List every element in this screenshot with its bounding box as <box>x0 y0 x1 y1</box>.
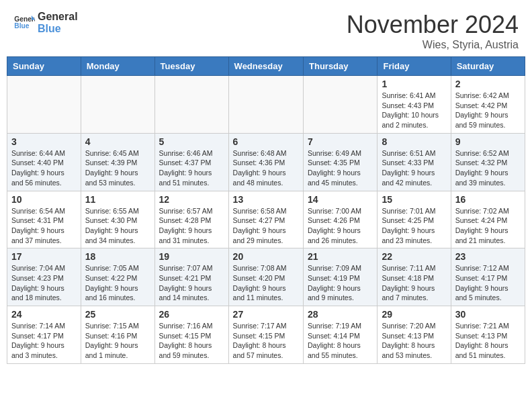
table-row: 10 Sunrise: 6:54 AMSunset: 4:31 PMDaylig… <box>7 191 81 248</box>
day-number: 9 <box>455 136 521 147</box>
day-info: Sunrise: 7:15 AMSunset: 4:16 PMDaylight:… <box>85 321 150 361</box>
day-number: 25 <box>85 309 150 320</box>
day-number: 10 <box>11 194 77 205</box>
day-info: Sunrise: 6:49 AMSunset: 4:35 PMDaylight:… <box>308 148 373 188</box>
table-row: 8 Sunrise: 6:51 AMSunset: 4:33 PMDayligh… <box>378 133 451 191</box>
day-info: Sunrise: 6:41 AMSunset: 4:43 PMDaylight:… <box>382 91 446 130</box>
page-header: General Blue General Blue November 2024 … <box>0 0 532 56</box>
table-row: 27 Sunrise: 7:17 AMSunset: 4:15 PMDaylig… <box>228 306 303 364</box>
calendar-week-2: 3 Sunrise: 6:44 AMSunset: 4:40 PMDayligh… <box>7 133 525 191</box>
table-row: 5 Sunrise: 6:46 AMSunset: 4:37 PMDayligh… <box>154 133 228 191</box>
table-row <box>7 76 81 134</box>
table-row: 14 Sunrise: 7:00 AMSunset: 4:26 PMDaylig… <box>304 191 378 248</box>
table-row: 6 Sunrise: 6:48 AMSunset: 4:36 PMDayligh… <box>228 133 303 191</box>
day-number: 8 <box>382 136 446 147</box>
day-number: 3 <box>11 136 77 147</box>
day-info: Sunrise: 7:17 AMSunset: 4:15 PMDaylight:… <box>233 321 299 361</box>
header-tuesday: Tuesday <box>154 57 228 76</box>
table-row: 12 Sunrise: 6:57 AMSunset: 4:28 PMDaylig… <box>154 191 228 248</box>
day-number: 5 <box>159 136 224 147</box>
day-info: Sunrise: 6:42 AMSunset: 4:42 PMDaylight:… <box>455 91 521 130</box>
calendar-header-row: Sunday Monday Tuesday Wednesday Thursday… <box>7 57 525 76</box>
day-info: Sunrise: 6:46 AMSunset: 4:37 PMDaylight:… <box>159 148 224 188</box>
table-row: 1 Sunrise: 6:41 AMSunset: 4:43 PMDayligh… <box>378 76 451 134</box>
day-number: 30 <box>455 309 521 320</box>
table-row: 2 Sunrise: 6:42 AMSunset: 4:42 PMDayligh… <box>451 76 525 134</box>
header-thursday: Thursday <box>304 57 378 76</box>
day-number: 29 <box>382 309 446 320</box>
day-info: Sunrise: 7:08 AMSunset: 4:20 PMDaylight:… <box>233 263 299 303</box>
header-saturday: Saturday <box>451 57 525 76</box>
calendar-week-4: 17 Sunrise: 7:04 AMSunset: 4:23 PMDaylig… <box>7 248 525 306</box>
header-wednesday: Wednesday <box>228 57 303 76</box>
day-info: Sunrise: 7:19 AMSunset: 4:14 PMDaylight:… <box>308 321 373 361</box>
day-number: 14 <box>308 194 373 205</box>
day-number: 11 <box>85 194 150 205</box>
calendar-week-3: 10 Sunrise: 6:54 AMSunset: 4:31 PMDaylig… <box>7 191 525 248</box>
day-number: 1 <box>382 79 446 89</box>
day-info: Sunrise: 6:44 AMSunset: 4:40 PMDaylight:… <box>11 148 77 188</box>
logo-blue: Blue <box>38 23 78 35</box>
day-info: Sunrise: 6:55 AMSunset: 4:30 PMDaylight:… <box>85 206 150 246</box>
day-number: 6 <box>233 136 299 147</box>
day-number: 28 <box>308 309 373 320</box>
day-number: 7 <box>308 136 373 147</box>
day-number: 20 <box>233 251 299 262</box>
table-row: 22 Sunrise: 7:11 AMSunset: 4:18 PMDaylig… <box>378 248 451 306</box>
day-info: Sunrise: 7:07 AMSunset: 4:21 PMDaylight:… <box>159 263 224 303</box>
day-info: Sunrise: 7:14 AMSunset: 4:17 PMDaylight:… <box>11 321 77 361</box>
day-info: Sunrise: 6:45 AMSunset: 4:39 PMDaylight:… <box>85 148 150 188</box>
table-row: 3 Sunrise: 6:44 AMSunset: 4:40 PMDayligh… <box>7 133 81 191</box>
table-row: 16 Sunrise: 7:02 AMSunset: 4:24 PMDaylig… <box>451 191 525 248</box>
logo-general: General <box>38 11 78 23</box>
day-info: Sunrise: 7:04 AMSunset: 4:23 PMDaylight:… <box>11 263 77 303</box>
table-row: 29 Sunrise: 7:20 AMSunset: 4:13 PMDaylig… <box>378 306 451 364</box>
day-info: Sunrise: 7:21 AMSunset: 4:13 PMDaylight:… <box>455 321 521 361</box>
day-number: 13 <box>233 194 299 205</box>
day-number: 12 <box>159 194 224 205</box>
day-info: Sunrise: 7:20 AMSunset: 4:13 PMDaylight:… <box>382 321 446 361</box>
table-row: 20 Sunrise: 7:08 AMSunset: 4:20 PMDaylig… <box>228 248 303 306</box>
table-row: 18 Sunrise: 7:05 AMSunset: 4:22 PMDaylig… <box>81 248 154 306</box>
table-row: 7 Sunrise: 6:49 AMSunset: 4:35 PMDayligh… <box>304 133 378 191</box>
table-row: 17 Sunrise: 7:04 AMSunset: 4:23 PMDaylig… <box>7 248 81 306</box>
day-info: Sunrise: 6:58 AMSunset: 4:27 PMDaylight:… <box>233 206 299 246</box>
logo-icon: General Blue <box>13 12 35 34</box>
day-info: Sunrise: 7:02 AMSunset: 4:24 PMDaylight:… <box>455 206 521 246</box>
table-row: 4 Sunrise: 6:45 AMSunset: 4:39 PMDayligh… <box>81 133 154 191</box>
table-row <box>228 76 303 134</box>
table-row: 25 Sunrise: 7:15 AMSunset: 4:16 PMDaylig… <box>81 306 154 364</box>
day-info: Sunrise: 7:16 AMSunset: 4:15 PMDaylight:… <box>159 321 224 361</box>
day-number: 21 <box>308 251 373 262</box>
day-info: Sunrise: 7:01 AMSunset: 4:25 PMDaylight:… <box>382 206 446 246</box>
table-row: 30 Sunrise: 7:21 AMSunset: 4:13 PMDaylig… <box>451 306 525 364</box>
day-info: Sunrise: 6:51 AMSunset: 4:33 PMDaylight:… <box>382 148 446 188</box>
day-number: 15 <box>382 194 446 205</box>
day-info: Sunrise: 7:12 AMSunset: 4:17 PMDaylight:… <box>455 263 521 303</box>
table-row <box>81 76 154 134</box>
day-number: 18 <box>85 251 150 262</box>
day-info: Sunrise: 7:05 AMSunset: 4:22 PMDaylight:… <box>85 263 150 303</box>
day-number: 17 <box>11 251 77 262</box>
day-info: Sunrise: 6:52 AMSunset: 4:32 PMDaylight:… <box>455 148 521 188</box>
day-info: Sunrise: 7:09 AMSunset: 4:19 PMDaylight:… <box>308 263 373 303</box>
table-row: 15 Sunrise: 7:01 AMSunset: 4:25 PMDaylig… <box>378 191 451 248</box>
day-info: Sunrise: 7:11 AMSunset: 4:18 PMDaylight:… <box>382 263 446 303</box>
day-info: Sunrise: 7:00 AMSunset: 4:26 PMDaylight:… <box>308 206 373 246</box>
table-row: 26 Sunrise: 7:16 AMSunset: 4:15 PMDaylig… <box>154 306 228 364</box>
table-row: 13 Sunrise: 6:58 AMSunset: 4:27 PMDaylig… <box>228 191 303 248</box>
month-title: November 2024 <box>347 11 519 39</box>
table-row: 23 Sunrise: 7:12 AMSunset: 4:17 PMDaylig… <box>451 248 525 306</box>
day-number: 24 <box>11 309 77 320</box>
header-sunday: Sunday <box>7 57 81 76</box>
day-number: 22 <box>382 251 446 262</box>
location: Wies, Styria, Austria <box>347 39 519 51</box>
table-row: 11 Sunrise: 6:55 AMSunset: 4:30 PMDaylig… <box>81 191 154 248</box>
day-number: 26 <box>159 309 224 320</box>
day-number: 2 <box>455 79 521 89</box>
table-row: 24 Sunrise: 7:14 AMSunset: 4:17 PMDaylig… <box>7 306 81 364</box>
table-row: 28 Sunrise: 7:19 AMSunset: 4:14 PMDaylig… <box>304 306 378 364</box>
table-row: 19 Sunrise: 7:07 AMSunset: 4:21 PMDaylig… <box>154 248 228 306</box>
logo: General Blue General Blue <box>13 11 78 36</box>
calendar-table: Sunday Monday Tuesday Wednesday Thursday… <box>7 56 525 364</box>
